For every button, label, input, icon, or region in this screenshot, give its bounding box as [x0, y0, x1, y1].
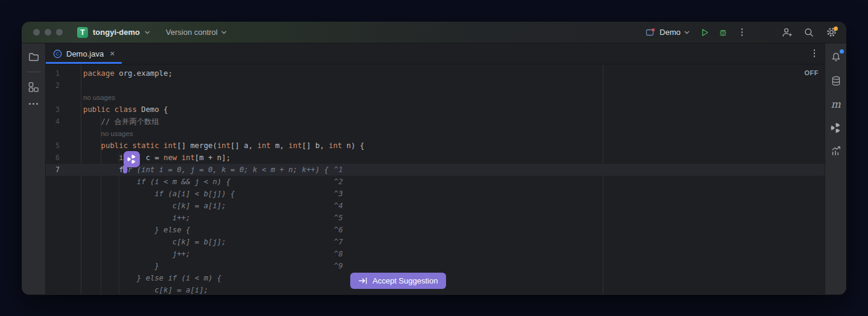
- code-editor[interactable]: OFF 1package org.example;2no usages3publ…: [46, 64, 825, 294]
- kebab-menu-icon: [741, 28, 743, 36]
- suggestion-line-marker: ^6: [334, 224, 343, 236]
- code-line[interactable]: }^9: [46, 260, 825, 272]
- notification-badge: [840, 49, 844, 54]
- search-everywhere-button[interactable]: [802, 26, 816, 39]
- inlay-hint-row[interactable]: no usages: [46, 91, 825, 104]
- minimize-window-button[interactable]: [45, 29, 51, 36]
- lingma-assistant-badge[interactable]: [124, 151, 140, 167]
- accept-suggestion-button[interactable]: Accept Suggestion: [350, 273, 446, 289]
- code-line[interactable]: 6 int[] c = new int[m + n];: [46, 152, 825, 164]
- code-line[interactable]: 7 for (int i = 0, j = 0, k = 0; k < m + …: [46, 164, 825, 176]
- code-line[interactable]: 2: [46, 79, 825, 91]
- editor-tab-bar: C Demo.java ×: [46, 43, 825, 64]
- code-text: int: [217, 141, 230, 150]
- run-button[interactable]: [698, 26, 711, 39]
- ghost-text: c[k] = a[i];: [83, 202, 226, 210]
- right-toolwindow-stripe: m: [825, 43, 846, 294]
- more-toolwindows-button[interactable]: [29, 103, 38, 105]
- svg-text:C: C: [56, 51, 60, 57]
- code-line[interactable]: 5 public static int[] merge(int[] a, int…: [46, 140, 825, 152]
- folder-icon: [28, 51, 40, 63]
- code-line[interactable]: c[k] = b[j];^7: [46, 236, 825, 248]
- database-toolwindow-button[interactable]: [829, 74, 843, 87]
- code-text: public static int: [83, 141, 177, 150]
- suggestion-line-marker: ^9: [334, 260, 343, 272]
- code-with-me-button[interactable]: [780, 26, 793, 39]
- code-lines: 1package org.example;2no usages3public c…: [46, 67, 825, 294]
- code-text: f: [83, 166, 124, 174]
- stripe-divider: [27, 72, 41, 72]
- tab-demo-java[interactable]: C Demo.java ×: [46, 43, 122, 64]
- project-widget[interactable]: T tongyi-demo: [77, 27, 150, 38]
- suggestion-line-marker: ^1: [334, 164, 343, 176]
- settings-button[interactable]: [825, 26, 838, 39]
- chevron-down-icon: [145, 31, 150, 34]
- code-text: org.example;: [115, 69, 172, 78]
- code-text: [] b,: [302, 141, 329, 150]
- code-line[interactable]: 4 // 合并两个数组: [46, 116, 825, 128]
- window-controls: [33, 29, 63, 36]
- ghost-text: } else {: [83, 226, 190, 234]
- java-class-icon: C: [53, 49, 62, 58]
- project-toolwindow-button[interactable]: [27, 51, 40, 64]
- code-text: Demo {: [137, 105, 168, 114]
- code-text: public class: [83, 105, 137, 114]
- line-number: 5: [46, 140, 60, 152]
- ghost-text: if (i < m && j < n) {: [83, 178, 230, 186]
- ghost-text: } else if (i < m) {: [83, 274, 222, 282]
- version-control-menu[interactable]: Version control: [166, 28, 227, 37]
- ghost-text: or (int i = 0, j = 0, k = 0; k < m + n; …: [124, 166, 329, 174]
- chevron-down-icon: [684, 31, 690, 34]
- code-text: m,: [271, 141, 289, 150]
- code-line[interactable]: 1package org.example;: [46, 67, 825, 79]
- code-line[interactable]: i++;^5: [46, 212, 825, 224]
- accept-suggestion-label: Accept Suggestion: [373, 276, 438, 285]
- line-number: 2: [46, 79, 60, 91]
- code-line[interactable]: 3public class Demo {: [46, 104, 825, 116]
- code-text: n) {: [342, 141, 364, 150]
- lingma-toolwindow-button[interactable]: [829, 121, 843, 134]
- run-configuration-selector[interactable]: Demo: [646, 28, 690, 37]
- code-line[interactable]: j++;^8: [46, 248, 825, 260]
- code-line[interactable]: if (i < m && j < n) {^2: [46, 176, 825, 188]
- close-window-button[interactable]: [33, 29, 40, 36]
- add-user-icon: [781, 27, 793, 38]
- ghost-text: j++;: [83, 250, 190, 258]
- profiler-toolwindow-button[interactable]: [829, 144, 843, 158]
- ghost-text: if (a[i] < b[j]) {: [83, 190, 235, 198]
- suggestion-line-marker: ^8: [334, 248, 343, 260]
- code-line[interactable]: } else {^6: [46, 224, 825, 236]
- code-text: // 合并两个数组: [83, 117, 159, 126]
- line-number: 3: [46, 104, 60, 116]
- structure-toolwindow-button[interactable]: [27, 80, 40, 93]
- tab-key-icon: [359, 277, 368, 285]
- bell-icon: [831, 52, 841, 63]
- line-number: 6: [46, 152, 60, 164]
- left-toolwindow-stripe: [22, 43, 46, 294]
- inlay-hint: no usages: [83, 94, 115, 101]
- notifications-button[interactable]: [829, 51, 843, 64]
- suggestion-line-marker: ^3: [334, 188, 343, 200]
- run-config-name: Demo: [659, 28, 681, 37]
- maximize-window-button[interactable]: [56, 29, 63, 36]
- ide-window: T tongyi-demo Version control Demo: [22, 22, 846, 295]
- tab-options-button[interactable]: [814, 49, 816, 57]
- code-text: [] merge(: [177, 141, 217, 150]
- more-actions-button[interactable]: [735, 26, 749, 39]
- code-text: [m + n];: [195, 153, 230, 162]
- code-text: package: [83, 69, 115, 78]
- chevron-down-icon: [221, 31, 227, 34]
- lingma-pinwheel-icon: [127, 154, 137, 164]
- database-icon: [831, 75, 841, 87]
- structure-icon: [28, 81, 39, 93]
- tab-close-icon[interactable]: ×: [110, 49, 115, 58]
- line-number: 1: [46, 67, 60, 79]
- maven-toolwindow-button[interactable]: m: [829, 98, 843, 111]
- chart-icon: [831, 146, 841, 156]
- project-icon: T: [77, 27, 88, 38]
- code-line[interactable]: if (a[i] < b[j]) {^3: [46, 188, 825, 200]
- code-line[interactable]: c[k] = a[i];^4: [46, 200, 825, 212]
- title-bar: T tongyi-demo Version control Demo: [22, 22, 846, 43]
- inlay-hint-row[interactable]: no usages: [46, 128, 825, 140]
- debug-button[interactable]: [716, 26, 729, 39]
